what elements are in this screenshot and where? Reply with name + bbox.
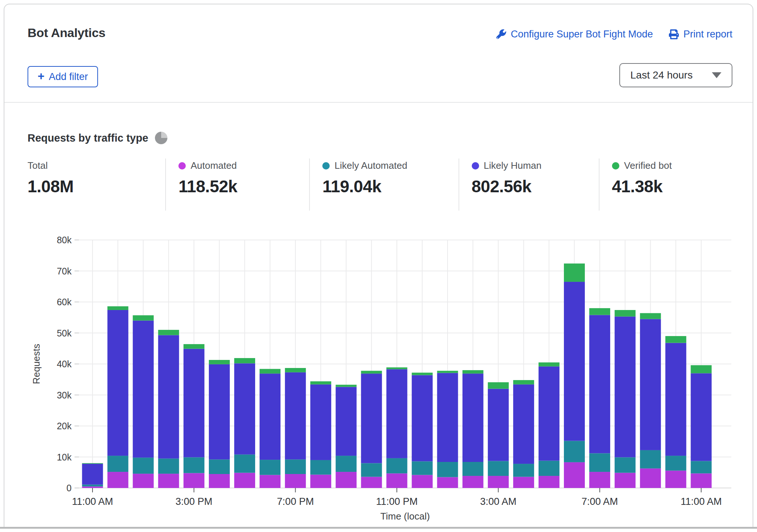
bar-segment-likely-human[interactable] bbox=[386, 369, 407, 458]
bar-segment-likely-human[interactable] bbox=[82, 464, 103, 485]
add-filter-button[interactable]: + Add filter bbox=[28, 66, 98, 87]
bar-segment-likely-automated[interactable] bbox=[437, 462, 458, 477]
bar-segment-automated[interactable] bbox=[82, 487, 103, 488]
bar-segment-automated[interactable] bbox=[463, 476, 483, 488]
bar-segment-verified-bot[interactable] bbox=[665, 336, 686, 343]
bar-segment-likely-automated[interactable] bbox=[260, 460, 280, 475]
bar-segment-automated[interactable] bbox=[158, 474, 179, 488]
bar-segment-likely-automated[interactable] bbox=[234, 455, 255, 473]
bar-segment-likely-automated[interactable] bbox=[539, 461, 559, 476]
bar-segment-likely-automated[interactable] bbox=[158, 459, 179, 474]
bar-segment-likely-human[interactable] bbox=[133, 321, 154, 458]
bar-segment-likely-automated[interactable] bbox=[488, 461, 509, 476]
bar-segment-verified-bot[interactable] bbox=[691, 365, 711, 373]
bar-segment-likely-human[interactable] bbox=[691, 373, 711, 461]
bar-segment-likely-human[interactable] bbox=[260, 374, 280, 460]
bar-segment-automated[interactable] bbox=[412, 475, 433, 488]
bar-segment-automated[interactable] bbox=[640, 469, 661, 488]
bar-segment-verified-bot[interactable] bbox=[260, 369, 280, 374]
bar-segment-automated[interactable] bbox=[310, 475, 331, 488]
bar-segment-likely-automated[interactable] bbox=[184, 457, 204, 473]
configure-super-bot-fight-mode-link[interactable]: Configure Super Bot Fight Mode bbox=[496, 29, 653, 40]
bar-segment-automated[interactable] bbox=[108, 472, 128, 488]
bar-segment-likely-automated[interactable] bbox=[310, 460, 331, 475]
bar-segment-verified-bot[interactable] bbox=[82, 463, 103, 464]
bar-segment-likely-automated[interactable] bbox=[386, 458, 407, 473]
bar-segment-verified-bot[interactable] bbox=[437, 371, 458, 373]
bar-segment-automated[interactable] bbox=[184, 473, 204, 488]
bar-segment-automated[interactable] bbox=[209, 474, 230, 488]
bar-segment-verified-bot[interactable] bbox=[386, 367, 407, 369]
bar-segment-automated[interactable] bbox=[386, 473, 407, 488]
bar-segment-automated[interactable] bbox=[539, 476, 559, 488]
bar-segment-automated[interactable] bbox=[615, 473, 635, 488]
print-report-link[interactable]: Print report bbox=[669, 29, 732, 40]
bar-segment-verified-bot[interactable] bbox=[539, 362, 559, 367]
bar-segment-likely-human[interactable] bbox=[336, 387, 356, 456]
bar-segment-likely-automated[interactable] bbox=[108, 456, 128, 472]
bar-segment-likely-human[interactable] bbox=[488, 389, 509, 461]
bar-segment-likely-human[interactable] bbox=[209, 364, 230, 459]
bar-segment-likely-automated[interactable] bbox=[513, 464, 534, 477]
bar-segment-automated[interactable] bbox=[285, 474, 306, 488]
bar-segment-automated[interactable] bbox=[336, 472, 356, 488]
bar-segment-likely-human[interactable] bbox=[108, 310, 128, 456]
bar-segment-likely-automated[interactable] bbox=[133, 458, 154, 474]
bar-segment-likely-human[interactable] bbox=[184, 349, 204, 458]
bar-segment-automated[interactable] bbox=[691, 473, 711, 488]
bar-segment-automated[interactable] bbox=[361, 477, 382, 488]
bar-segment-likely-automated[interactable] bbox=[361, 463, 382, 477]
bar-segment-likely-automated[interactable] bbox=[209, 459, 230, 474]
bar-segment-likely-automated[interactable] bbox=[640, 450, 661, 469]
bar-segment-likely-human[interactable] bbox=[412, 375, 433, 461]
bar-segment-likely-human[interactable] bbox=[589, 315, 610, 453]
bar-segment-verified-bot[interactable] bbox=[133, 315, 154, 320]
bar-segment-verified-bot[interactable] bbox=[488, 382, 509, 389]
bar-segment-verified-bot[interactable] bbox=[361, 371, 382, 374]
bar-segment-likely-automated[interactable] bbox=[412, 461, 433, 475]
bar-segment-automated[interactable] bbox=[133, 474, 154, 488]
bar-segment-automated[interactable] bbox=[234, 473, 255, 488]
bar-segment-verified-bot[interactable] bbox=[108, 306, 128, 310]
bar-segment-likely-human[interactable] bbox=[285, 372, 306, 459]
bar-segment-likely-human[interactable] bbox=[437, 373, 458, 462]
bar-segment-verified-bot[interactable] bbox=[640, 313, 661, 319]
bar-segment-verified-bot[interactable] bbox=[513, 380, 534, 385]
bar-segment-automated[interactable] bbox=[513, 477, 534, 488]
bar-segment-verified-bot[interactable] bbox=[615, 310, 635, 317]
bar-segment-verified-bot[interactable] bbox=[412, 373, 433, 375]
bar-segment-verified-bot[interactable] bbox=[158, 330, 179, 335]
bar-segment-likely-human[interactable] bbox=[463, 374, 483, 462]
bar-segment-likely-automated[interactable] bbox=[691, 461, 711, 473]
bar-segment-verified-bot[interactable] bbox=[209, 360, 230, 364]
bar-segment-likely-automated[interactable] bbox=[82, 485, 103, 487]
time-range-select[interactable]: Last 24 hours bbox=[619, 63, 732, 87]
bar-segment-verified-bot[interactable] bbox=[564, 263, 585, 282]
bar-segment-likely-automated[interactable] bbox=[564, 441, 585, 462]
bar-segment-verified-bot[interactable] bbox=[310, 381, 331, 384]
bar-segment-automated[interactable] bbox=[665, 471, 686, 488]
bar-segment-likely-automated[interactable] bbox=[615, 457, 635, 473]
bar-segment-verified-bot[interactable] bbox=[234, 358, 255, 363]
bar-segment-likely-human[interactable] bbox=[158, 335, 179, 458]
bar-segment-verified-bot[interactable] bbox=[184, 344, 204, 349]
bar-segment-likely-human[interactable] bbox=[361, 374, 382, 463]
bar-segment-automated[interactable] bbox=[437, 477, 458, 488]
bar-segment-likely-human[interactable] bbox=[310, 385, 331, 460]
bar-segment-likely-human[interactable] bbox=[564, 282, 585, 441]
bar-segment-likely-human[interactable] bbox=[513, 385, 534, 464]
bar-segment-likely-automated[interactable] bbox=[463, 462, 483, 476]
bar-segment-automated[interactable] bbox=[589, 472, 610, 488]
bar-segment-likely-human[interactable] bbox=[539, 367, 559, 461]
bar-segment-verified-bot[interactable] bbox=[285, 368, 306, 372]
bar-segment-likely-human[interactable] bbox=[615, 317, 635, 458]
bar-segment-likely-human[interactable] bbox=[640, 319, 661, 450]
bar-segment-likely-human[interactable] bbox=[234, 363, 255, 454]
bar-segment-verified-bot[interactable] bbox=[463, 370, 483, 374]
bar-segment-automated[interactable] bbox=[488, 476, 509, 488]
bar-segment-likely-automated[interactable] bbox=[665, 456, 686, 471]
bar-segment-likely-automated[interactable] bbox=[589, 453, 610, 472]
bar-segment-likely-automated[interactable] bbox=[336, 456, 356, 472]
bar-segment-automated[interactable] bbox=[260, 475, 280, 488]
bar-segment-likely-human[interactable] bbox=[665, 343, 686, 456]
